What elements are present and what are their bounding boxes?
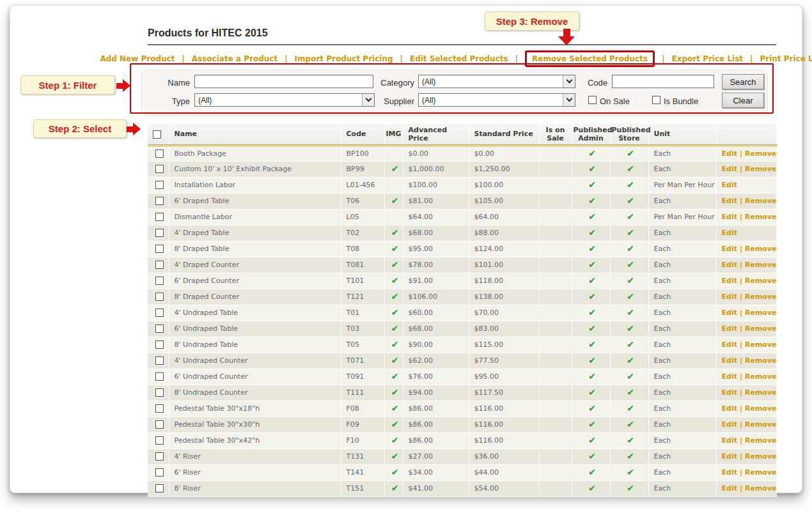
check-icon: ✔ bbox=[391, 243, 399, 254]
remove-link[interactable]: Remove bbox=[745, 325, 776, 333]
standard-price: $116.00 bbox=[469, 432, 539, 448]
edit-link[interactable]: Edit bbox=[722, 388, 737, 397]
on-sale-checkbox[interactable] bbox=[588, 96, 597, 104]
remove-link[interactable]: Remove bbox=[745, 277, 776, 285]
remove-link[interactable]: Remove bbox=[745, 293, 776, 301]
edit-link[interactable]: Edit bbox=[722, 197, 737, 205]
type-select[interactable]: (All) bbox=[194, 93, 375, 107]
row-checkbox[interactable] bbox=[155, 245, 164, 253]
select-all-cell bbox=[148, 124, 169, 145]
toolbar-link-import-product-pricing[interactable]: Import Product Pricing bbox=[295, 54, 393, 63]
edit-link[interactable]: Edit bbox=[722, 165, 737, 173]
row-checkbox[interactable] bbox=[155, 181, 164, 189]
row-checkbox[interactable] bbox=[155, 468, 164, 477]
row-actions: Edit|Remove bbox=[716, 401, 776, 416]
edit-link[interactable]: Edit bbox=[722, 340, 737, 349]
search-button[interactable]: Search bbox=[722, 74, 764, 89]
published-admin-status: ✔ bbox=[572, 480, 610, 496]
row-checkbox[interactable] bbox=[155, 229, 164, 237]
row-checkbox[interactable] bbox=[155, 325, 164, 333]
row-checkbox[interactable] bbox=[155, 261, 164, 269]
row-checkbox[interactable] bbox=[155, 436, 164, 445]
toolbar-link-add-new-product[interactable]: Add New Product bbox=[100, 54, 175, 63]
edit-link[interactable]: Edit bbox=[722, 309, 737, 317]
edit-link[interactable]: Edit bbox=[722, 149, 737, 158]
edit-link[interactable]: Edit bbox=[722, 356, 737, 365]
chevron-down-icon[interactable] bbox=[563, 75, 575, 88]
edit-link[interactable]: Edit bbox=[722, 372, 737, 381]
edit-link[interactable]: Edit bbox=[722, 277, 737, 285]
row-checkbox[interactable] bbox=[155, 277, 164, 285]
edit-link[interactable]: Edit bbox=[722, 404, 737, 413]
edit-link[interactable]: Edit bbox=[722, 468, 737, 477]
remove-link[interactable]: Remove bbox=[745, 213, 776, 221]
code-filter-input[interactable] bbox=[612, 75, 714, 88]
select-all-checkbox[interactable] bbox=[153, 130, 161, 139]
remove-link[interactable]: Remove bbox=[745, 484, 776, 493]
edit-link[interactable]: Edit bbox=[722, 484, 737, 493]
row-checkbox[interactable] bbox=[155, 340, 164, 349]
chevron-down-icon[interactable] bbox=[362, 94, 374, 106]
row-checkbox[interactable] bbox=[155, 356, 164, 365]
remove-link[interactable]: Remove bbox=[745, 372, 776, 381]
row-checkbox[interactable] bbox=[155, 213, 164, 221]
toolbar-link-print-price-list[interactable]: Print Price List bbox=[760, 54, 812, 63]
remove-link[interactable]: Remove bbox=[745, 149, 776, 158]
toolbar-link-associate-a-product[interactable]: Associate a Product bbox=[192, 54, 277, 63]
row-checkbox[interactable] bbox=[155, 309, 164, 317]
chevron-down-icon[interactable] bbox=[563, 94, 575, 106]
name-filter-input[interactable] bbox=[194, 75, 373, 88]
check-icon: ✔ bbox=[391, 467, 399, 477]
edit-link[interactable]: Edit bbox=[722, 181, 737, 189]
edit-link[interactable]: Edit bbox=[722, 213, 737, 221]
edit-link[interactable]: Edit bbox=[722, 436, 737, 445]
toolbar-separator: | bbox=[515, 54, 518, 63]
edit-link[interactable]: Edit bbox=[722, 293, 737, 301]
edit-link[interactable]: Edit bbox=[722, 452, 737, 461]
remove-link[interactable]: Remove bbox=[745, 420, 776, 429]
toolbar-link-export-price-list[interactable]: Export Price List bbox=[672, 54, 744, 63]
remove-link[interactable]: Remove bbox=[745, 309, 776, 317]
advanced-price: $76.00 bbox=[403, 369, 469, 385]
remove-link[interactable]: Remove bbox=[745, 468, 776, 477]
name-column-header: Name bbox=[169, 124, 341, 145]
row-checkbox[interactable] bbox=[155, 149, 164, 158]
is-bundle-checkbox[interactable] bbox=[652, 96, 660, 104]
remove-link[interactable]: Remove bbox=[745, 388, 776, 397]
edit-link[interactable]: Edit bbox=[722, 261, 737, 269]
remove-link[interactable]: Remove bbox=[745, 452, 776, 461]
edit-link[interactable]: Edit bbox=[722, 229, 737, 237]
row-checkbox[interactable] bbox=[155, 372, 164, 381]
row-checkbox[interactable] bbox=[155, 197, 164, 205]
toolbar-link-edit-selected-products[interactable]: Edit Selected Products bbox=[410, 54, 508, 63]
category-select[interactable]: (All) bbox=[418, 75, 575, 88]
remove-link[interactable]: Remove bbox=[745, 356, 776, 365]
is-on-sale-status bbox=[539, 337, 572, 353]
product-name: Installation Labor bbox=[169, 177, 341, 193]
remove-link[interactable]: Remove bbox=[745, 197, 776, 205]
action-separator: | bbox=[737, 468, 745, 477]
toolbar-link-remove-selected-products[interactable]: Remove Selected Products bbox=[525, 50, 655, 67]
row-checkbox[interactable] bbox=[155, 293, 164, 301]
supplier-select[interactable]: (All) bbox=[418, 93, 575, 107]
remove-link[interactable]: Remove bbox=[745, 245, 776, 253]
edit-link[interactable]: Edit bbox=[722, 325, 737, 333]
remove-link[interactable]: Remove bbox=[745, 436, 776, 445]
remove-link[interactable]: Remove bbox=[745, 165, 776, 173]
remove-link[interactable]: Remove bbox=[745, 340, 776, 349]
row-checkbox[interactable] bbox=[155, 420, 164, 429]
edit-link[interactable]: Edit bbox=[722, 245, 737, 253]
row-checkbox[interactable] bbox=[155, 452, 164, 461]
clear-button[interactable]: Clear bbox=[722, 93, 764, 108]
row-checkbox[interactable] bbox=[155, 484, 164, 493]
check-icon: ✔ bbox=[627, 243, 634, 254]
advanced-price: $78.00 bbox=[403, 257, 469, 273]
remove-link[interactable]: Remove bbox=[745, 404, 776, 413]
edit-link[interactable]: Edit bbox=[722, 420, 737, 429]
remove-link[interactable]: Remove bbox=[745, 261, 776, 269]
row-checkbox[interactable] bbox=[155, 388, 164, 397]
row-checkbox[interactable] bbox=[155, 404, 164, 413]
published-admin-column-header: Published Admin bbox=[572, 124, 610, 145]
row-checkbox[interactable] bbox=[155, 165, 164, 173]
img-status: ✔ bbox=[384, 432, 403, 448]
